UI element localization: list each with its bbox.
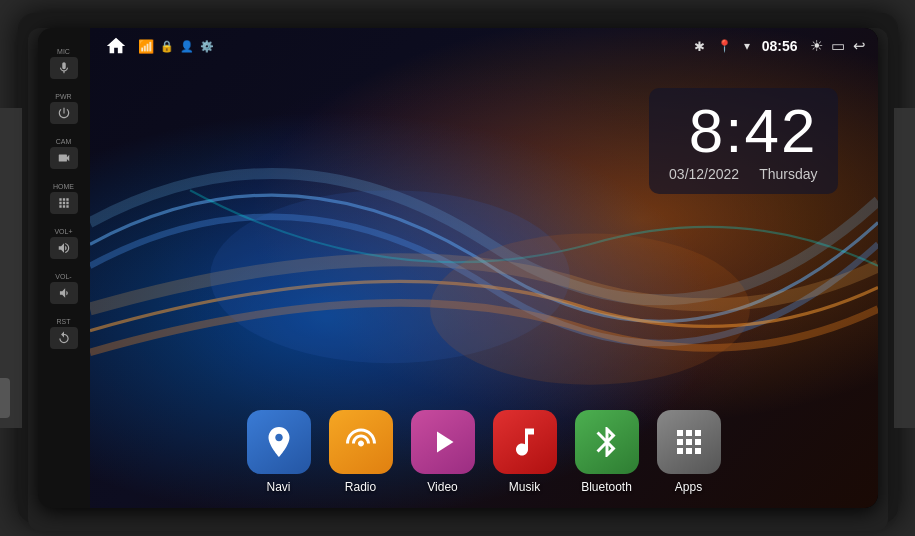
vol-up-button-group: VOL+: [50, 228, 78, 263]
home-side-label: HOME: [53, 183, 74, 190]
lock-icon: 🔒: [160, 40, 174, 53]
pwr-label: PWR: [55, 93, 71, 100]
bracket-right: [894, 108, 916, 428]
mic-button[interactable]: [50, 57, 78, 79]
apps-label: Apps: [675, 480, 702, 494]
clock-day: Thursday: [759, 166, 817, 182]
settings-icon: ⚙️: [200, 40, 214, 53]
top-right-icons: ☀ ▭ ↩: [810, 37, 866, 55]
clock-date: 03/12/2022: [669, 166, 739, 182]
svg-point-1: [430, 233, 750, 384]
apps-icon: [657, 410, 721, 474]
vol-up-label: VOL+: [54, 228, 72, 235]
video-label: Video: [427, 480, 457, 494]
bracket-left: [0, 108, 22, 428]
windows-icon[interactable]: ▭: [831, 37, 845, 55]
brightness-icon[interactable]: ☀: [810, 37, 823, 55]
home-button[interactable]: [102, 32, 130, 60]
rst-label: RST: [57, 318, 71, 325]
cam-label: CAM: [56, 138, 72, 145]
navi-icon: [247, 410, 311, 474]
signal-icon: ▾: [744, 39, 750, 53]
wifi-icon: 📶: [138, 39, 154, 54]
navi-label: Navi: [266, 480, 290, 494]
side-buttons: MIC PWR CAM HOME: [38, 28, 90, 508]
clock-date-row: 03/12/2022 Thursday: [669, 166, 817, 182]
mic-label: MIC: [57, 48, 70, 55]
vol-down-label: VOL-: [55, 273, 71, 280]
person-icon: 👤: [180, 40, 194, 53]
app-row: Navi Radio: [100, 410, 868, 494]
status-left: 📶 🔒 👤 ⚙️: [102, 32, 214, 60]
cam-button-group: CAM: [50, 138, 78, 173]
screen: 📶 🔒 👤 ⚙️ ✱ 📍 ▾ 08:56 ☀ ▭ ↩: [90, 28, 878, 508]
musik-icon: [493, 410, 557, 474]
bluetooth-status-icon: ✱: [694, 39, 705, 54]
location-icon: 📍: [717, 39, 732, 53]
pwr-button[interactable]: [50, 102, 78, 124]
rst-button-group: RST: [50, 318, 78, 353]
home-button-group: HOME: [50, 183, 78, 218]
status-bar: 📶 🔒 👤 ⚙️ ✱ 📍 ▾ 08:56 ☀ ▭ ↩: [90, 28, 878, 64]
vol-down-button-group: VOL-: [50, 273, 78, 308]
app-bluetooth[interactable]: Bluetooth: [575, 410, 639, 494]
mic-button-group: MIC: [50, 48, 78, 83]
status-right: ✱ 📍 ▾ 08:56 ☀ ▭ ↩: [694, 37, 866, 55]
rst-button[interactable]: [50, 327, 78, 349]
home-side-button[interactable]: [50, 192, 78, 214]
outer-frame: MIC PWR CAM HOME: [18, 13, 898, 523]
device-body: MIC PWR CAM HOME: [38, 28, 878, 508]
clock-area: 8:42 03/12/2022 Thursday: [649, 88, 837, 194]
app-radio[interactable]: Radio: [329, 410, 393, 494]
video-icon: [411, 410, 475, 474]
back-icon[interactable]: ↩: [853, 37, 866, 55]
clock-time: 8:42: [669, 100, 817, 162]
musik-label: Musik: [509, 480, 540, 494]
radio-icon: [329, 410, 393, 474]
app-musik[interactable]: Musik: [493, 410, 557, 494]
app-navi[interactable]: Navi: [247, 410, 311, 494]
status-time: 08:56: [762, 38, 798, 54]
app-apps[interactable]: Apps: [657, 410, 721, 494]
cam-button[interactable]: [50, 147, 78, 169]
status-icons: 📶 🔒 👤 ⚙️: [138, 39, 214, 54]
radio-label: Radio: [345, 480, 376, 494]
vol-up-button[interactable]: [50, 237, 78, 259]
pwr-button-group: PWR: [50, 93, 78, 128]
vol-down-button[interactable]: [50, 282, 78, 304]
bluetooth-icon: [575, 410, 639, 474]
app-video[interactable]: Video: [411, 410, 475, 494]
bluetooth-label: Bluetooth: [581, 480, 632, 494]
